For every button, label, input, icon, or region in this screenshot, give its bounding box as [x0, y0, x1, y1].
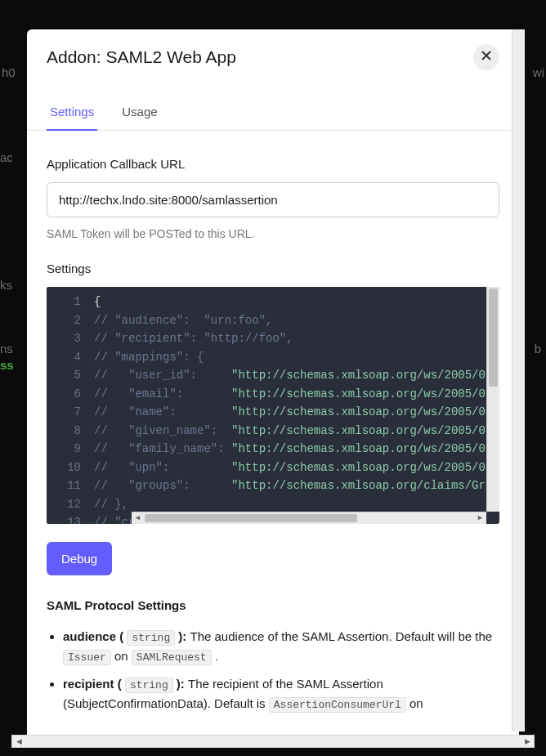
code-content[interactable]: {// "audience": "urn:foo",// "recipient"… — [89, 287, 499, 524]
scroll-left-icon[interactable]: ◀ — [12, 736, 25, 747]
close-icon — [481, 50, 492, 65]
code-gutter: 12345678910111213 — [47, 287, 89, 524]
protocol-item-audience: audience ( string ): The audience of the… — [63, 627, 499, 666]
settings-label: Settings — [47, 262, 499, 275]
callback-url-input[interactable] — [47, 182, 499, 217]
page-vertical-scrollbar[interactable] — [512, 29, 525, 731]
bg-fragment: ks — [0, 278, 12, 292]
type-code: string — [127, 630, 175, 646]
modal-body: Application Callback URL SAML Token will… — [27, 131, 519, 740]
code-vscroll-thumb[interactable] — [489, 289, 498, 387]
modal-title: Addon: SAML2 Web App — [47, 47, 236, 67]
issuer-code: Issuer — [63, 650, 111, 665]
protocol-item-recipient: recipient ( string ): The recipient of t… — [63, 674, 499, 714]
bg-fragment: ss — [0, 358, 14, 372]
callback-url-label: Application Callback URL — [47, 157, 499, 171]
modal-header: Addon: SAML2 Web App — [27, 29, 519, 78]
callback-url-help: SAML Token will be POSTed to this URL. — [47, 227, 499, 240]
scroll-right-icon[interactable]: ▶ — [474, 512, 486, 524]
code-vertical-scrollbar[interactable] — [486, 287, 499, 512]
code-horizontal-scrollbar[interactable]: ◀ ▶ — [132, 512, 486, 524]
type-code: string — [125, 678, 173, 693]
scroll-left-icon[interactable]: ◀ — [132, 512, 144, 524]
tab-settings[interactable]: Settings — [47, 96, 97, 130]
saml-protocol-heading: SAML Protocol Settings — [47, 598, 499, 612]
bg-fragment: wi — [533, 65, 544, 79]
tab-usage[interactable]: Usage — [119, 96, 160, 130]
bg-fragment: ac — [0, 150, 13, 164]
bg-fragment: b — [535, 342, 541, 356]
bg-fragment: h0 — [2, 65, 16, 79]
settings-code-editor[interactable]: 12345678910111213 {// "audience": "urn:f… — [47, 287, 499, 524]
addon-modal: Addon: SAML2 Web App Settings Usage Appl… — [27, 29, 519, 740]
tab-bar: Settings Usage — [27, 96, 519, 131]
close-button[interactable] — [473, 44, 499, 70]
bg-fragment: ns — [0, 342, 13, 356]
assertionconsumerurl-code: AssertionConsumerUrl — [269, 697, 406, 713]
code-hscroll-thumb[interactable] — [145, 514, 357, 522]
code-area[interactable]: {// "audience": "urn:foo",// "recipient"… — [89, 287, 499, 524]
protocol-settings-list: audience ( string ): The audience of the… — [47, 627, 499, 714]
debug-button[interactable]: Debug — [47, 542, 112, 575]
samlrequest-code: SAMLRequest — [132, 650, 212, 665]
page-horizontal-scrollbar[interactable]: ◀ ▶ — [11, 735, 535, 748]
scroll-right-icon[interactable]: ▶ — [521, 736, 534, 747]
